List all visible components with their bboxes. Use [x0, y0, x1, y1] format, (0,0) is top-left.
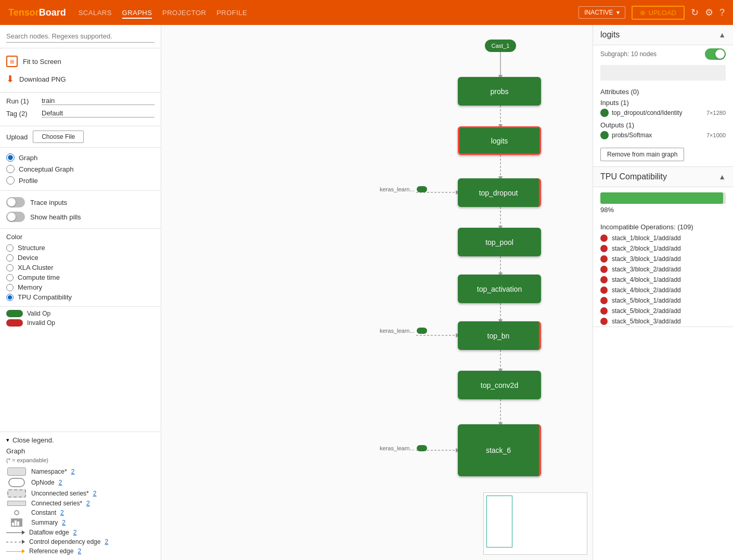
incompat-dot-1	[600, 245, 608, 252]
tpu-bar-container: 98%	[593, 187, 733, 219]
incompat-item-0[interactable]: stack_1/block_1/add/add	[593, 233, 733, 243]
node-logits[interactable]: logits	[458, 126, 541, 155]
incompat-item-7[interactable]: stack_5/block_2/add/add	[593, 306, 733, 316]
device-radio[interactable]	[6, 254, 14, 262]
refresh-icon[interactable]: ↻	[691, 7, 699, 18]
nav-projector[interactable]: PROJECTOR	[162, 7, 206, 19]
subgraph-toggle[interactable]	[705, 48, 726, 60]
node-top-pool[interactable]: top_pool	[458, 228, 541, 256]
fit-to-screen-item[interactable]: ⊞ Fit to Screen	[6, 53, 155, 70]
node-top-dropout[interactable]: top_dropout	[458, 178, 541, 207]
expandable-note: (* = expandable)	[6, 457, 155, 463]
download-png-item[interactable]: ⬇ Download PNG	[6, 70, 155, 88]
keras-dot-1	[417, 186, 427, 192]
fit-icon: ⊞	[6, 56, 18, 67]
trace-inputs-toggle[interactable]	[6, 197, 25, 207]
node-top-activation[interactable]: top_activation	[458, 275, 541, 303]
help-icon[interactable]: ?	[719, 7, 725, 18]
invalid-op-icon	[6, 319, 23, 327]
compute-radio[interactable]	[6, 274, 14, 281]
incompat-title: Incompatible Operations: (109)	[593, 219, 733, 233]
choose-file-button[interactable]: Choose File	[33, 131, 84, 143]
upload-button[interactable]: ⊕ UPLOAD	[632, 6, 685, 20]
incompat-text-7: stack_5/block_2/add/add	[612, 307, 681, 315]
legend-summary: Summary 2	[6, 517, 155, 528]
graph-radio[interactable]	[6, 153, 15, 162]
close-legend-row[interactable]: ▾ Close legend.	[6, 436, 155, 444]
structure-label: Structure	[18, 244, 45, 252]
keras-node-1[interactable]: keras_learn...	[380, 186, 427, 192]
tpu-label: TPU Compatibility	[18, 293, 72, 301]
control-link[interactable]: 2	[105, 538, 108, 545]
tpu-collapse-icon[interactable]: ▲	[718, 173, 726, 181]
legend-section: ▾ Close legend. Graph (* = expandable) N…	[0, 432, 161, 560]
search-input[interactable]	[6, 30, 155, 43]
namespace-link[interactable]: 2	[71, 468, 75, 475]
mini-map[interactable]	[483, 492, 587, 555]
incompat-item-8[interactable]: stack_5/block_3/add/add	[593, 316, 733, 327]
opnode-link[interactable]: 2	[59, 479, 62, 486]
profile-radio[interactable]	[6, 176, 15, 185]
unconnected-link[interactable]: 2	[93, 490, 97, 497]
incompat-dot-0	[600, 235, 608, 242]
incompat-text-8: stack_5/block_3/add/add	[612, 318, 681, 325]
output-name: probs/Softmax	[612, 132, 703, 139]
nav-profile[interactable]: PROFILE	[216, 7, 247, 19]
connected-link[interactable]: 2	[86, 500, 90, 507]
reference-link[interactable]: 2	[78, 548, 81, 555]
legend-pills: Valid Op Invalid Op	[0, 307, 161, 330]
legend-unconnected: Unconnected series* 2	[6, 488, 155, 499]
trace-inputs-row: Trace inputs	[6, 195, 155, 210]
constant-link[interactable]: 2	[60, 509, 64, 516]
incompat-item-4[interactable]: stack_4/block_1/add/add	[593, 275, 733, 285]
tag-select[interactable]: Default	[42, 109, 155, 118]
nav-scalars[interactable]: SCALARS	[79, 7, 112, 19]
incompat-text-6: stack_5/block_1/add/add	[612, 297, 681, 304]
remove-from-graph-button[interactable]: Remove from main graph	[600, 148, 684, 161]
structure-radio[interactable]	[6, 244, 14, 252]
node-top-conv2d[interactable]: top_conv2d	[458, 371, 541, 399]
incompat-item-6[interactable]: stack_5/block_1/add/add	[593, 295, 733, 306]
legend-dataflow: Dataflow edge 2	[6, 528, 155, 537]
input-item[interactable]: top_dropout/cond/Identity 7×1280	[600, 109, 726, 117]
xla-radio[interactable]	[6, 264, 14, 271]
incompat-item-3[interactable]: stack_3/block_2/add/add	[593, 264, 733, 275]
logo: TensorBoard	[8, 7, 66, 18]
incompat-item-5[interactable]: stack_4/block_2/add/add	[593, 285, 733, 295]
dataflow-link[interactable]: 2	[73, 529, 77, 536]
header: TensorBoard SCALARS GRAPHS PROJECTOR PRO…	[0, 0, 733, 25]
settings-icon[interactable]: ⚙	[705, 7, 713, 18]
incompat-dot-2	[600, 255, 608, 263]
output-item[interactable]: probs/Softmax 7×1000	[600, 131, 726, 139]
graph-legend-title: Graph	[6, 447, 155, 455]
run-label: Run (1)	[6, 97, 37, 105]
connected-label: Connected series*	[31, 500, 82, 507]
summary-link[interactable]: 2	[62, 519, 66, 526]
node-probs[interactable]: probs	[458, 77, 541, 106]
node-stack6[interactable]: stack_6	[458, 424, 541, 476]
legend-opnode: OpNode 2	[6, 477, 155, 488]
incompat-item-2[interactable]: stack_3/block_1/add/add	[593, 254, 733, 264]
memory-radio[interactable]	[6, 284, 14, 291]
fit-to-screen-label: Fit to Screen	[23, 58, 61, 66]
tpu-radio[interactable]	[6, 294, 14, 301]
nav-graphs[interactable]: GRAPHS	[122, 7, 152, 19]
incompat-item-1[interactable]: stack_2/block_1/add/add	[593, 243, 733, 254]
memory-label: Memory	[18, 283, 42, 291]
subgraph-label: Subgraph: 10 nodes	[600, 50, 657, 58]
keras-node-2[interactable]: keras_learn...	[380, 328, 427, 334]
tpu-title: TPU Compatibility	[600, 172, 667, 181]
keras-node-3[interactable]: keras_learn...	[380, 445, 427, 451]
conceptual-radio[interactable]	[6, 165, 15, 173]
tpu-percent: 98%	[600, 206, 614, 214]
summary-shape	[6, 518, 27, 527]
namespace-label: Namespace*	[31, 468, 67, 475]
run-select[interactable]: train	[42, 97, 155, 105]
node-top-bn[interactable]: top_bn	[458, 321, 541, 350]
node-cast1[interactable]: Cast_1	[485, 40, 516, 52]
collapse-icon[interactable]: ▲	[718, 31, 726, 39]
health-pills-toggle[interactable]	[6, 212, 25, 222]
status-dropdown[interactable]: INACTIVE ▾	[578, 6, 625, 19]
graph-canvas[interactable]: Cast_1 probs logits top_dropout top_pool…	[161, 25, 593, 560]
input-dot	[600, 109, 609, 117]
